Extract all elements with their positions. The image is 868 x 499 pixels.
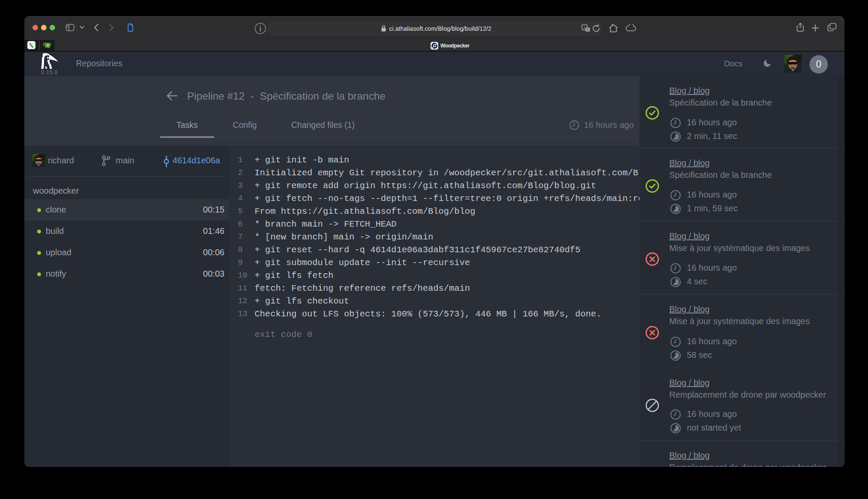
svg-text:文: 文 <box>586 28 589 32</box>
